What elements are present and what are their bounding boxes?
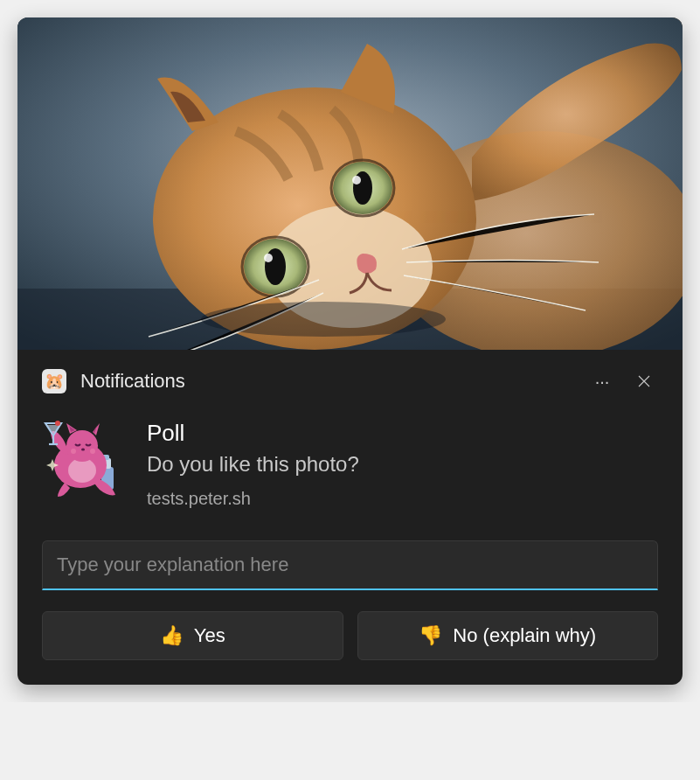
svg-point-13 (201, 302, 446, 337)
notification-text: Poll Do you like this photo? tests.peter… (147, 416, 658, 509)
notification-icon (42, 416, 126, 500)
svg-point-25 (55, 421, 60, 426)
svg-point-18 (68, 458, 96, 483)
svg-point-21 (71, 449, 76, 454)
notification-toast: 🐹 Notifications ··· (17, 17, 683, 685)
explanation-input[interactable] (42, 540, 658, 590)
svg-point-20 (81, 449, 85, 451)
hamster-icon: 🐹 (45, 372, 64, 391)
action-buttons: 👍 Yes 👎 No (explain why) (17, 590, 683, 685)
notification-body: Do you like this photo? (147, 452, 658, 477)
yes-button-label: Yes (194, 624, 225, 647)
input-section (17, 525, 683, 590)
no-button-label: No (explain why) (453, 624, 596, 647)
close-icon (636, 373, 652, 389)
yes-button[interactable]: 👍 Yes (42, 611, 343, 660)
svg-point-19 (66, 430, 98, 462)
notification-content: Poll Do you like this photo? tests.peter… (17, 407, 683, 525)
hero-image (17, 17, 683, 350)
svg-point-11 (264, 254, 273, 262)
close-button[interactable] (630, 367, 658, 395)
no-button[interactable]: 👎 No (explain why) (357, 611, 659, 660)
cat-photo (17, 17, 683, 350)
thumbs-down-icon: 👎 (419, 624, 442, 647)
app-name: Notifications (80, 370, 574, 393)
ellipsis-icon: ··· (595, 372, 610, 392)
app-icon: 🐹 (42, 369, 66, 393)
svg-point-7 (352, 176, 361, 185)
svg-point-22 (90, 449, 95, 454)
notification-header: 🐹 Notifications ··· (17, 350, 683, 407)
pink-cat-cocktail-icon (42, 416, 126, 500)
notification-source: tests.peter.sh (147, 489, 658, 509)
more-options-button[interactable]: ··· (588, 367, 616, 395)
thumbs-up-icon: 👍 (160, 624, 184, 647)
notification-title: Poll (147, 420, 658, 447)
